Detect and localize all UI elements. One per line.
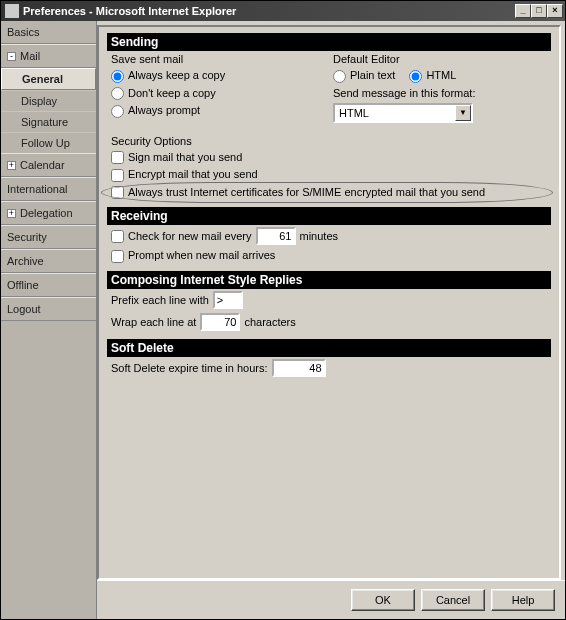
sidebar-item-delegation[interactable]: + Delegation [1, 201, 96, 225]
send-format-label: Send message in this format: [329, 85, 551, 101]
button-bar: OK Cancel Help [97, 580, 565, 619]
prefix-char-input[interactable] [213, 291, 243, 309]
radio-html-input[interactable] [409, 70, 422, 83]
radio-always-keep[interactable]: Always keep a copy [111, 69, 225, 83]
checkbox-sign-mail[interactable]: Sign mail that you send [111, 151, 242, 165]
sidebar-item-label: Offline [7, 279, 39, 291]
sidebar-item-general[interactable]: General [1, 68, 96, 90]
radio-html[interactable]: HTML [409, 69, 456, 83]
chevron-down-icon[interactable]: ▼ [455, 105, 471, 121]
wrap-width-input[interactable] [200, 313, 240, 331]
section-sending: Sending [107, 33, 551, 51]
radio-always-prompt-input[interactable] [111, 105, 124, 118]
app-icon [5, 4, 19, 18]
checkbox-check-mail-input[interactable] [111, 230, 124, 243]
radio-always-prompt[interactable]: Always prompt [111, 104, 200, 118]
security-options-label: Security Options [107, 133, 551, 149]
checkbox-encrypt-mail-input[interactable] [111, 169, 124, 182]
soft-delete-label: Soft Delete expire time in hours: [111, 362, 268, 374]
sidebar-item-calendar[interactable]: + Calendar [1, 153, 96, 177]
section-composing: Composing Internet Style Replies [107, 271, 551, 289]
sidebar-item-label: International [7, 183, 68, 195]
sidebar-item-followup[interactable]: Follow Up [1, 132, 96, 153]
checkbox-encrypt-mail[interactable]: Encrypt mail that you send [111, 168, 258, 182]
collapse-icon[interactable]: - [7, 52, 16, 61]
cancel-button[interactable]: Cancel [421, 589, 485, 611]
sidebar-item-label: Mail [20, 50, 40, 62]
sidebar-item-label: Basics [7, 26, 39, 38]
window-controls: _ □ × [515, 4, 563, 18]
sidebar-item-mail[interactable]: - Mail [1, 44, 96, 68]
checkbox-prompt-new-mail[interactable]: Prompt when new mail arrives [111, 249, 275, 263]
form-area: Sending Save sent mail Always keep a cop… [97, 25, 561, 580]
wrap-line-label: Wrap each line at [111, 316, 196, 328]
sidebar-item-offline[interactable]: Offline [1, 273, 96, 297]
sidebar-item-display[interactable]: Display [1, 90, 96, 111]
sidebar-item-security[interactable]: Security [1, 225, 96, 249]
radio-plain-text[interactable]: Plain text [333, 69, 395, 83]
ok-button[interactable]: OK [351, 589, 415, 611]
checkbox-check-mail[interactable]: Check for new mail every [111, 230, 252, 244]
save-sent-label: Save sent mail [107, 51, 329, 67]
section-receiving: Receiving [107, 207, 551, 225]
section-soft-delete: Soft Delete [107, 339, 551, 357]
content: Sending Save sent mail Always keep a cop… [97, 21, 565, 619]
radio-dont-keep-input[interactable] [111, 87, 124, 100]
body: Basics - Mail General Display Signature … [1, 21, 565, 619]
default-editor-label: Default Editor [329, 51, 551, 67]
checkbox-prompt-new-mail-input[interactable] [111, 250, 124, 263]
radio-always-keep-input[interactable] [111, 70, 124, 83]
sidebar-item-label: Logout [7, 303, 41, 315]
radio-dont-keep[interactable]: Don't keep a copy [111, 87, 216, 101]
sidebar-item-label: Calendar [20, 159, 65, 171]
sidebar: Basics - Mail General Display Signature … [1, 21, 97, 619]
preferences-window: Preferences - Microsoft Internet Explore… [0, 0, 566, 620]
maximize-button[interactable]: □ [531, 4, 547, 18]
help-button[interactable]: Help [491, 589, 555, 611]
check-interval-suffix: minutes [300, 230, 339, 242]
sidebar-item-label: Security [7, 231, 47, 243]
close-button[interactable]: × [547, 4, 563, 18]
expand-icon[interactable]: + [7, 161, 16, 170]
expand-icon[interactable]: + [7, 209, 16, 218]
checkbox-sign-mail-input[interactable] [111, 151, 124, 164]
check-interval-input[interactable] [256, 227, 296, 245]
sidebar-item-signature[interactable]: Signature [1, 111, 96, 132]
minimize-button[interactable]: _ [515, 4, 531, 18]
sidebar-item-archive[interactable]: Archive [1, 249, 96, 273]
sidebar-item-logout[interactable]: Logout [1, 297, 96, 321]
sidebar-item-international[interactable]: International [1, 177, 96, 201]
send-format-value: HTML [339, 107, 455, 119]
titlebar: Preferences - Microsoft Internet Explore… [1, 1, 565, 21]
wrap-line-suffix: characters [244, 316, 295, 328]
checkbox-trust-certs-input[interactable] [111, 186, 124, 199]
checkbox-trust-certs[interactable]: Always trust Internet certificates for S… [111, 186, 485, 200]
sidebar-item-label: Archive [7, 255, 44, 267]
sidebar-item-label: Delegation [20, 207, 73, 219]
radio-plain-text-input[interactable] [333, 70, 346, 83]
window-title: Preferences - Microsoft Internet Explore… [23, 5, 515, 17]
prefix-line-label: Prefix each line with [111, 294, 209, 306]
sidebar-item-basics[interactable]: Basics [1, 21, 96, 44]
send-format-select[interactable]: HTML ▼ [333, 103, 473, 123]
soft-delete-hours-input[interactable] [272, 359, 326, 377]
